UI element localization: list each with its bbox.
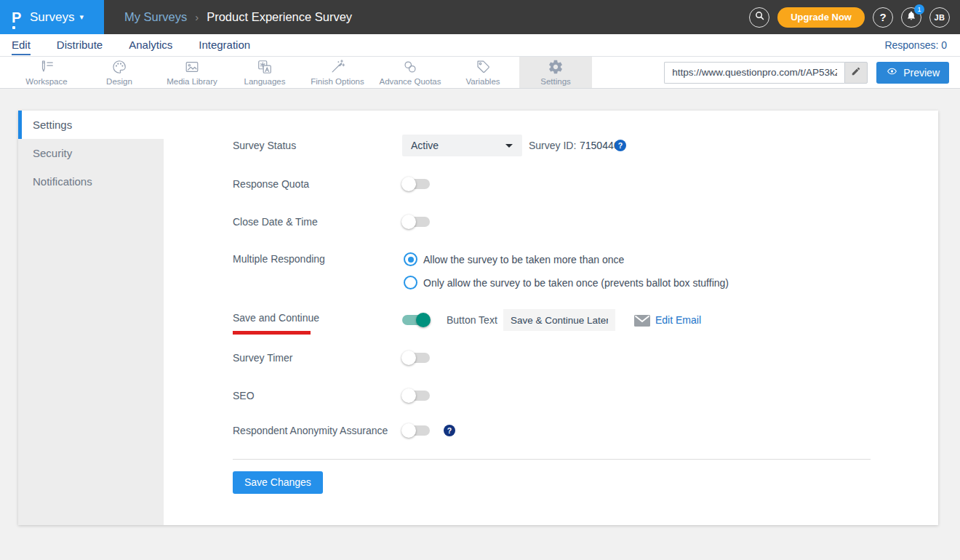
toolbar-item-finish-options[interactable]: Finish Options <box>301 57 374 88</box>
close-date-label: Close Date & Time <box>233 213 318 231</box>
edit-url-button[interactable] <box>844 62 868 84</box>
survey-status-select[interactable]: Active <box>402 135 522 156</box>
toolbar-item-languages[interactable]: Languages <box>228 57 301 88</box>
toolbar-item-label: Languages <box>244 77 286 86</box>
survey-id-label: Survey ID: <box>529 135 576 156</box>
form-divider <box>233 459 871 460</box>
tab-edit[interactable]: Edit <box>12 36 31 55</box>
toolbar-item-label: Variables <box>465 77 500 86</box>
search-button[interactable] <box>749 7 769 28</box>
toolbar-item-label: Design <box>106 77 132 86</box>
seo-label: SEO <box>233 387 255 404</box>
design-icon <box>111 59 127 75</box>
notifications-button[interactable]: 1 <box>901 7 921 28</box>
highlight-underline <box>233 331 311 335</box>
breadcrumb: My Surveys › Product Experience Survey <box>124 10 352 24</box>
eye-icon <box>886 66 898 79</box>
finish-options-icon <box>329 59 345 75</box>
media-library-icon <box>184 59 200 75</box>
advance-quotas-icon <box>402 59 418 75</box>
survey-url-input[interactable] <box>664 62 844 84</box>
topbar: P Surveys ▾ My Surveys › Product Experie… <box>0 0 960 34</box>
breadcrumb-my-surveys[interactable]: My Surveys <box>124 10 187 24</box>
survey-url-group <box>664 62 868 84</box>
anonymity-toggle[interactable] <box>402 425 430 436</box>
survey-id-help-icon[interactable]: ? <box>615 140 626 151</box>
search-icon <box>754 10 765 24</box>
edit-email-link[interactable]: Edit Email <box>655 309 701 331</box>
button-text-label: Button Text <box>447 309 497 331</box>
radio-once-only[interactable] <box>404 276 417 289</box>
toolbar-item-variables[interactable]: Variables <box>447 57 519 88</box>
response-quota-toggle[interactable] <box>402 179 430 189</box>
settings-panel: Settings Security Notifications Survey S… <box>18 111 938 525</box>
save-continue-toggle[interactable] <box>402 315 430 325</box>
pencil-icon <box>851 66 861 79</box>
product-menu-label: Surveys <box>30 10 74 25</box>
save-changes-button[interactable]: Save Changes <box>233 471 323 494</box>
upgrade-now-button[interactable]: Upgrade Now <box>777 7 865 28</box>
preview-button[interactable]: Preview <box>876 62 949 84</box>
button-text-input[interactable] <box>503 309 615 331</box>
anonymity-help-icon[interactable]: ? <box>444 425 455 436</box>
workspace-icon <box>39 59 55 75</box>
toolbar-item-label: Media Library <box>167 77 217 86</box>
topbar-actions: Upgrade Now ? 1 JB <box>749 7 960 28</box>
tab-analytics[interactable]: Analytics <box>129 36 172 55</box>
variables-icon <box>475 59 491 75</box>
multiple-responding-label: Multiple Responding <box>233 250 325 268</box>
help-button[interactable]: ? <box>873 7 893 28</box>
avatar-initials: JB <box>934 13 945 22</box>
questionpro-logo-icon: P <box>12 10 23 25</box>
tab-integration[interactable]: Integration <box>199 36 250 55</box>
email-icon <box>634 315 650 329</box>
survey-id-value: 7150446 <box>580 135 620 156</box>
radio-multiple-allowed-label[interactable]: Allow the survey to be taken more than o… <box>423 251 624 268</box>
anonymity-label: Respondent Anonymity Assurance <box>233 422 388 439</box>
survey-status-label: Survey Status <box>233 137 296 154</box>
settings-icon <box>548 59 564 75</box>
breadcrumb-current-survey: Product Experience Survey <box>207 10 352 24</box>
survey-timer-label: Survey Timer <box>233 349 292 367</box>
tab-distribute[interactable]: Distribute <box>57 36 103 55</box>
settings-sidebar: Settings Security Notifications <box>18 111 164 525</box>
avatar[interactable]: JB <box>929 7 950 28</box>
toolbar-item-label: Advance Quotas <box>379 77 441 86</box>
toolbar-item-label: Settings <box>540 77 571 86</box>
response-quota-label: Response Quota <box>233 175 309 193</box>
edit-toolbar: Workspace Design Media Library Languages… <box>0 57 960 89</box>
save-continue-label: Save and Continue <box>233 309 319 327</box>
notification-badge: 1 <box>914 4 924 15</box>
question-mark-icon: ? <box>879 11 886 23</box>
close-date-toggle[interactable] <box>402 217 430 227</box>
sidebar-item-notifications[interactable]: Notifications <box>18 167 164 196</box>
toolbar-item-advance-quotas[interactable]: Advance Quotas <box>374 57 447 88</box>
toolbar-item-workspace[interactable]: Workspace <box>10 57 83 88</box>
survey-timer-toggle[interactable] <box>402 353 430 363</box>
languages-icon <box>257 59 273 75</box>
toolbar-item-settings[interactable]: Settings <box>519 57 592 88</box>
seo-toggle[interactable] <box>402 391 430 401</box>
product-switcher[interactable]: P Surveys ▾ <box>0 0 104 34</box>
sidebar-item-security[interactable]: Security <box>18 139 164 167</box>
toolbar-item-design[interactable]: Design <box>83 57 156 88</box>
breadcrumb-separator-icon: › <box>195 11 199 23</box>
sidebar-item-settings[interactable]: Settings <box>18 111 164 139</box>
chevron-down-icon: ▾ <box>79 12 84 22</box>
toolbar-item-media-library[interactable]: Media Library <box>156 57 228 88</box>
responses-count[interactable]: Responses: 0 <box>884 39 960 51</box>
preview-label: Preview <box>903 67 940 79</box>
radio-multiple-allowed[interactable] <box>404 252 417 266</box>
toolbar-item-label: Finish Options <box>311 77 364 86</box>
survey-status-value: Active <box>411 140 439 151</box>
toolbar-item-label: Workspace <box>25 77 67 86</box>
radio-once-only-label[interactable]: Only allow the survey to be taken once (… <box>423 274 729 292</box>
survey-nav: Edit Distribute Analytics Integration Re… <box>0 34 960 57</box>
